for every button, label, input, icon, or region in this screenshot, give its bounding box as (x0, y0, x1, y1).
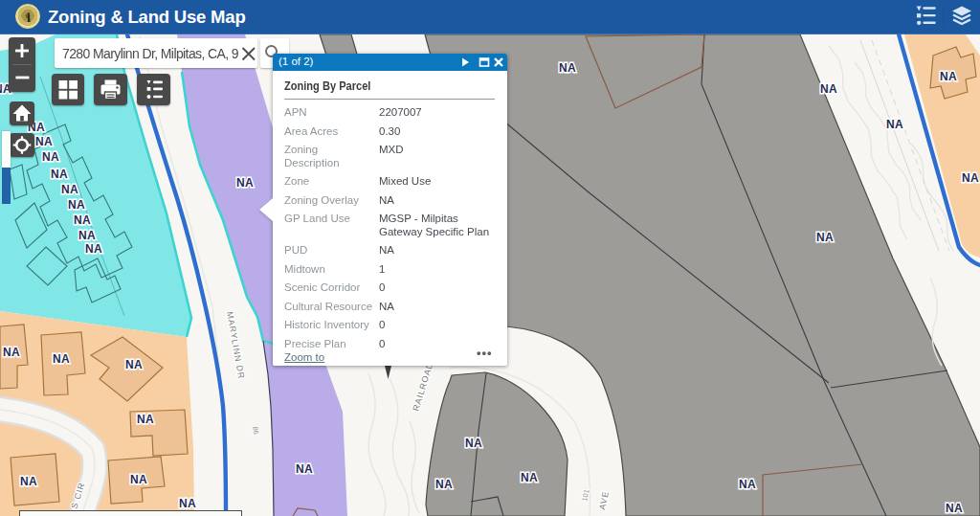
maximize-icon (478, 56, 491, 69)
popup-row: GP Land UseMGSP - Milpitas Gateway Speci… (284, 210, 499, 241)
parcel-label: NA (465, 437, 482, 450)
next-icon (458, 56, 472, 69)
grid-icon (52, 74, 84, 105)
close-icon (492, 56, 505, 69)
parcel-label: NA (137, 413, 154, 426)
legend-icon (137, 74, 170, 105)
parcel-label: NA (886, 118, 903, 131)
popup-row-value: 0 (379, 316, 385, 335)
popup-row-label: Historic Inventory (284, 316, 379, 335)
popup-row-label: Midtown (284, 260, 379, 280)
print-icon-part (105, 80, 117, 85)
parcel-label: NA (739, 478, 756, 491)
edge-widget-handle[interactable] (2, 131, 11, 168)
app-window: NANANANANANANANANANANANANANANANANANANANA… (0, 0, 980, 516)
parcel-label: NA (521, 471, 538, 484)
parcel-label: NA (78, 229, 96, 242)
print-button[interactable] (94, 74, 127, 105)
zoom-out-button-part (15, 77, 29, 79)
print-icon (94, 74, 127, 105)
app-header: Zoning & Land Use Map (0, 0, 980, 34)
maximize-icon-part (480, 58, 489, 61)
grid-icon-part (69, 80, 78, 89)
popup-row-value: 2207007 (379, 103, 422, 123)
popup-row-label: Area Acres (284, 123, 379, 142)
parcel-label: NA (130, 473, 147, 486)
locate-icon (10, 133, 34, 157)
popup-row-value: 0.30 (379, 123, 400, 142)
popup-row-label: Zoning Overlay (284, 191, 379, 211)
zoom-in-button[interactable] (15, 44, 29, 57)
basemap-gallery-button[interactable] (52, 74, 84, 105)
popup-row-label: APN (284, 103, 379, 123)
locate-button[interactable] (10, 133, 34, 157)
home-icon-part (13, 105, 32, 115)
popup-row: APN2207007 (284, 103, 499, 123)
popup-row-value: NA (379, 241, 394, 260)
popup-row: Midtown1 (284, 260, 499, 280)
legend-list-icon-part (917, 13, 921, 17)
city-seal-logo-part (28, 12, 31, 22)
popup-row-value: 0 (379, 279, 385, 298)
legend-list-icon-part (917, 21, 921, 25)
parcel-label: NA (559, 61, 576, 75)
popup-row-label: Zoning Description (284, 141, 379, 172)
popup-row-label: Zone (284, 172, 379, 191)
zoom-in-button-part (15, 50, 29, 53)
popup-maximize-button[interactable] (478, 56, 491, 69)
popup-row-value: MXD (379, 141, 404, 160)
popup-row-label: PUD (284, 241, 379, 260)
zoom-out-button[interactable] (15, 77, 29, 79)
parcel-label: NA (816, 231, 834, 244)
parcel-label: NA (820, 82, 837, 96)
popup-row: Zoning OverlayNA (284, 191, 499, 211)
search-clear-button[interactable] (240, 43, 257, 64)
legend-button[interactable] (137, 74, 170, 105)
parcel-label: NA (236, 176, 254, 190)
parcel-label: NA (35, 135, 53, 148)
legend-list-icon-part (917, 7, 922, 11)
zoom-control (9, 37, 35, 92)
city-seal-logo (15, 4, 40, 29)
legend-list-icon[interactable] (915, 6, 938, 26)
popup-attribute-table: APN2207007Area Acres0.30Zoning Descripti… (284, 103, 499, 353)
parcel-label: NA (74, 213, 91, 227)
popup-row-label: Scenic Corridor (284, 279, 379, 298)
popup-row-value: 1 (379, 260, 385, 280)
parcel-label: NA (435, 478, 453, 491)
legend-icon-part (147, 95, 151, 99)
edge-widget-handle-blue[interactable] (2, 168, 11, 204)
popup-row: ZoneMixed Use (284, 172, 499, 191)
next-icon-part (462, 58, 469, 67)
parcel-label: NA (42, 150, 59, 164)
popup-row-label: Cultural Resource (284, 298, 379, 317)
home-button[interactable] (10, 101, 34, 125)
popup-next-button[interactable] (458, 56, 472, 69)
parcel-label: NA (20, 475, 37, 488)
parcel-label: NA (125, 358, 143, 371)
popup-row-value: NA (379, 191, 394, 211)
popup-close-button[interactable] (492, 56, 505, 69)
legend-icon-part (147, 80, 151, 84)
popup-row: Area Acres0.30 (284, 123, 499, 142)
popup-row: Cultural ResourceNA (284, 298, 499, 317)
popup-row-value: NA (379, 298, 394, 317)
search-box (55, 38, 257, 68)
popup-row-value: Mixed Use (379, 172, 431, 191)
popup-row-value: 0 (379, 335, 385, 354)
parcel-label: NA (3, 346, 20, 359)
popup-title-divider (284, 99, 495, 100)
popup-more-button[interactable]: ••• (477, 346, 493, 360)
legend-icon-part (153, 96, 163, 99)
zoom-control-part (12, 64, 32, 65)
search-input[interactable] (55, 46, 240, 61)
grid-icon-part (59, 80, 68, 89)
popup-row: Historic Inventory0 (284, 316, 499, 335)
layers-icon[interactable] (950, 6, 973, 26)
parcel-label: NA (946, 502, 963, 515)
legend-list-icon-part (923, 14, 935, 16)
zoom-to-link[interactable]: Zoom to (284, 351, 324, 363)
popup-row: Scenic Corridor0 (284, 279, 499, 298)
legend-icon-part (153, 81, 163, 84)
popup-pointer (259, 198, 273, 221)
